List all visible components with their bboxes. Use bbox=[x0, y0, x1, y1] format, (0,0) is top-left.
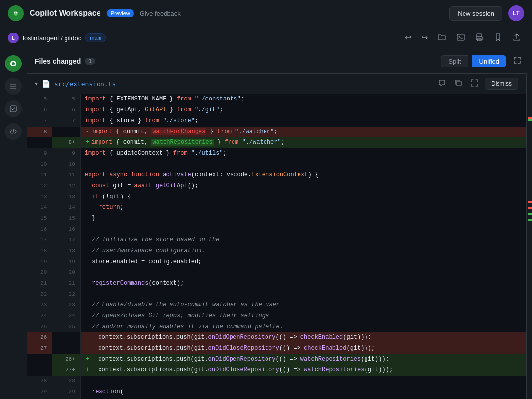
table-row: 18 18 // user/workspace configuration. bbox=[27, 246, 526, 257]
minimap-mark-del3 bbox=[528, 207, 532, 209]
files-count-badge: 1 bbox=[85, 58, 95, 65]
svg-rect-9 bbox=[10, 86, 16, 87]
fullscreen-button[interactable] bbox=[468, 78, 481, 89]
minimap bbox=[526, 73, 532, 399]
app-title: Copilot Workspace bbox=[30, 9, 101, 18]
table-row: 26 — context.subscriptions.push(git.onDi… bbox=[27, 332, 526, 343]
redo-button[interactable]: ↪ bbox=[418, 32, 431, 44]
table-row: 28 28 bbox=[27, 376, 526, 387]
table-row: 14 14 return; bbox=[27, 202, 526, 213]
preview-badge: Preview bbox=[107, 9, 134, 17]
svg-rect-4 bbox=[477, 34, 482, 37]
dismiss-button[interactable]: Dismiss bbox=[485, 78, 518, 90]
split-view-button[interactable]: Split bbox=[441, 55, 467, 67]
svg-point-1 bbox=[14, 12, 16, 14]
expand-button[interactable] bbox=[510, 54, 524, 68]
table-row: 5 5 import { EXTENSION_NAME } from "./co… bbox=[27, 94, 526, 105]
table-row: 24 24 // opens/closes Git repos, modifie… bbox=[27, 311, 526, 322]
table-row: 7 7 import { store } from "./store"; bbox=[27, 116, 526, 127]
branch-badge[interactable]: main bbox=[85, 33, 106, 42]
undo-button[interactable]: ↩ bbox=[402, 32, 414, 44]
table-row: 26+ + context.subscriptions.push(git.onD… bbox=[27, 354, 526, 365]
table-row: 8 -import { commit, watchForChanges } fr… bbox=[27, 127, 526, 137]
topbar: Copilot Workspace Preview Give feedback … bbox=[0, 0, 532, 27]
print-button[interactable] bbox=[472, 31, 487, 45]
svg-rect-11 bbox=[10, 106, 16, 112]
diff-viewer[interactable]: ▾ 📄 src/extension.ts Dismis bbox=[27, 73, 532, 399]
content-area: Files changed 1 Split Unified ▾ 📄 src/ex… bbox=[27, 49, 532, 399]
main-layout: Files changed 1 Split Unified ▾ 📄 src/ex… bbox=[0, 49, 532, 399]
sidebar-icon-list[interactable] bbox=[5, 78, 22, 95]
diff-table: 5 5 import { EXTENSION_NAME } from "./co… bbox=[27, 94, 526, 399]
files-changed-title: Files changed bbox=[35, 57, 81, 65]
table-row: 12 12 const git = await getGitApi(); bbox=[27, 181, 526, 192]
files-changed-header: Files changed 1 Split Unified bbox=[27, 49, 532, 73]
table-row: 6 6 import { getApi, GitAPI } from "./gi… bbox=[27, 105, 526, 116]
share-button[interactable] bbox=[509, 31, 524, 45]
file-path: src/extension.ts bbox=[54, 80, 116, 88]
table-row: 21 21 registerCommands(context); bbox=[27, 278, 526, 289]
table-row: 22 22 bbox=[27, 289, 526, 300]
unified-view-button[interactable]: Unified bbox=[472, 55, 506, 67]
sidebar-icon-checklist[interactable] bbox=[5, 100, 22, 117]
table-row: 16 16 bbox=[27, 224, 526, 235]
collapse-button[interactable]: ▾ bbox=[35, 80, 38, 87]
new-session-button[interactable]: New session bbox=[449, 6, 502, 21]
user-avatar-sm: L bbox=[8, 33, 19, 43]
svg-rect-12 bbox=[457, 81, 461, 86]
table-row: 13 13 if (!git) { bbox=[27, 192, 526, 202]
breadcrumb: lostintangent / gitdoc bbox=[23, 34, 81, 42]
table-row: 8+ +import { commit, watchRepositories }… bbox=[27, 137, 526, 148]
feedback-link[interactable]: Give feedback bbox=[140, 10, 181, 17]
table-row: 27+ + context.subscriptions.push(git.onD… bbox=[27, 365, 526, 376]
table-row: 17 17 // Initialize the store based on t… bbox=[27, 235, 526, 246]
sidebar bbox=[0, 49, 27, 399]
sidebar-icon-code[interactable] bbox=[5, 123, 22, 140]
minimap-mark-del2 bbox=[528, 201, 532, 203]
table-row: 15 15 } bbox=[27, 213, 526, 224]
table-row: 25 25 // and/or manually enables it via … bbox=[27, 322, 526, 332]
svg-point-2 bbox=[16, 12, 18, 14]
svg-rect-10 bbox=[10, 88, 16, 89]
sidebar-icon-circle[interactable] bbox=[5, 55, 22, 72]
table-row: 20 20 bbox=[27, 267, 526, 278]
copilot-logo bbox=[8, 5, 24, 21]
folder-button[interactable] bbox=[434, 31, 449, 45]
file-icon: 📄 bbox=[42, 80, 50, 88]
terminal-button[interactable] bbox=[453, 31, 468, 45]
table-row: 10 10 bbox=[27, 159, 526, 170]
user-avatar[interactable]: LT bbox=[508, 5, 524, 21]
minimap-mark-add1 bbox=[528, 119, 532, 121]
secondbar: L lostintangent / gitdoc main ↩ ↪ bbox=[0, 27, 532, 49]
table-row: 29 29 reaction( bbox=[27, 387, 526, 398]
minimap-mark-add2 bbox=[528, 213, 532, 215]
copy-button[interactable] bbox=[452, 78, 465, 89]
table-row: 23 23 // Enable/disable the auto-commit … bbox=[27, 300, 526, 311]
svg-rect-8 bbox=[10, 84, 16, 85]
table-row: 19 19 store.enabled = config.enabled; bbox=[27, 257, 526, 267]
table-row: 27 — context.subscriptions.push(git.onDi… bbox=[27, 343, 526, 354]
minimap-mark-add3 bbox=[528, 219, 532, 221]
comment-button[interactable] bbox=[436, 78, 448, 89]
svg-point-7 bbox=[12, 62, 15, 65]
file-header: ▾ 📄 src/extension.ts Dismis bbox=[27, 73, 526, 94]
table-row: 9 9 import { updateContext } from "./uti… bbox=[27, 148, 526, 159]
table-row: 11 11 export async function activate(con… bbox=[27, 170, 526, 181]
bookmark-button[interactable] bbox=[491, 31, 505, 45]
